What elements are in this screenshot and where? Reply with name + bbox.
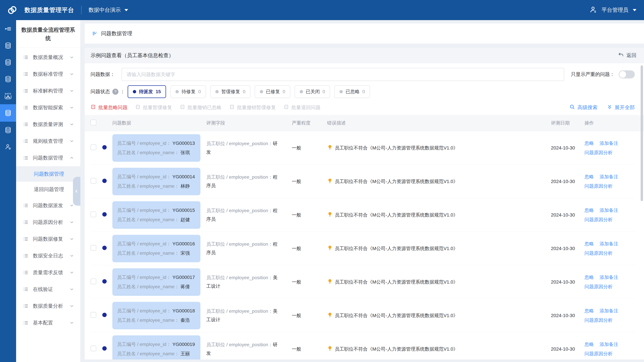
sidebar-item-label: 问题数据派发 xyxy=(33,202,63,209)
ignore-link[interactable]: 忽略 xyxy=(584,241,594,247)
ignore-link[interactable]: 忽略 xyxy=(584,308,594,314)
list-icon xyxy=(23,270,28,275)
advanced-search-button[interactable]: 高级搜索 xyxy=(569,104,598,111)
position-label: 员工职位 / employee_position： xyxy=(206,174,273,180)
sidebar-menu-item[interactable]: 数据标准管理 xyxy=(16,66,80,82)
sidebar-menu-item[interactable]: 在线验证 xyxy=(16,281,80,298)
sidebar-menu-item[interactable]: 数据智能探索 xyxy=(16,99,80,116)
sidebar-menu-item[interactable]: 质量需求反馈 xyxy=(16,264,80,281)
cause-analysis-link[interactable]: 问题原因分析 xyxy=(584,250,613,256)
status-chip[interactable]: 已修复 0 xyxy=(255,85,290,98)
batch-action-label: 批量撤销已忽略 xyxy=(188,104,222,111)
cause-analysis-link[interactable]: 问题原因分析 xyxy=(584,317,613,324)
rail-item-database-3[interactable] xyxy=(0,71,16,87)
sidebar-item-label: 数据质量评测 xyxy=(33,121,63,128)
sidebar-menu-item[interactable]: 数据质量概况 xyxy=(16,49,80,66)
cause-analysis-link[interactable]: 问题原因分析 xyxy=(584,284,613,290)
batch-action-button[interactable]: 批量忽略问题 xyxy=(90,104,128,111)
row-checkbox[interactable] xyxy=(90,346,96,351)
batch-action-button[interactable]: 批量退回问题 xyxy=(284,104,320,111)
cause-analysis-link[interactable]: 问题原因分析 xyxy=(584,149,613,156)
chevron-down-icon xyxy=(69,71,74,77)
add-note-link[interactable]: 添加备注 xyxy=(600,241,618,247)
severe-only-toggle[interactable] xyxy=(619,70,635,78)
menu-indent-icon xyxy=(4,25,12,33)
status-chip[interactable]: 暂缓修复 0 xyxy=(210,85,250,98)
sidebar-menu-item[interactable]: 问题数据修复 xyxy=(16,231,80,247)
add-note-link[interactable]: 添加备注 xyxy=(600,341,618,348)
rail-item-data-explore[interactable]: DATA xyxy=(0,87,16,104)
col-eval-field: 评测字段 xyxy=(206,120,292,126)
select-all-checkbox[interactable] xyxy=(90,120,96,125)
error-desc-cell: 员工职位不符合《M公司-人力资源管理系统数据规范V1.0》 xyxy=(327,144,551,151)
header-divider xyxy=(81,6,82,14)
sidebar-submenu-item[interactable]: 问题数据管理 xyxy=(16,166,80,182)
batch-action-button[interactable]: 批量暂缓修复 xyxy=(135,104,172,111)
sidebar-submenu-item[interactable]: 退回问题管理 xyxy=(16,182,80,197)
add-note-link[interactable]: 添加备注 xyxy=(600,308,618,314)
ignore-link[interactable]: 忽略 xyxy=(584,341,594,348)
cause-analysis-link[interactable]: 问题原因分析 xyxy=(584,217,613,223)
batch-action-button[interactable]: 批量撤销暂缓修复 xyxy=(229,104,276,111)
employee-id-label: 员工编号 / employee_id： xyxy=(117,308,171,313)
status-chip[interactable]: 待修复 0 xyxy=(170,85,206,98)
help-icon[interactable]: ? xyxy=(112,89,118,95)
row-checkbox[interactable] xyxy=(90,212,96,217)
rail-item-database-1[interactable] xyxy=(0,37,16,54)
employee-name-label: 员工姓名 / employee_name： xyxy=(117,217,179,222)
workspace-selector[interactable]: 数据中台演示 xyxy=(88,6,128,14)
batch-action-label: 批量暂缓修复 xyxy=(143,104,172,111)
sidebar-menu-item[interactable]: 规则核查管理 xyxy=(16,133,80,149)
add-note-link[interactable]: 添加备注 xyxy=(600,174,618,180)
sidebar-menu-item[interactable]: 标准解构管理 xyxy=(16,82,80,99)
cause-analysis-link[interactable]: 问题原因分析 xyxy=(584,351,613,357)
add-note-link[interactable]: 添加备注 xyxy=(600,140,618,146)
sidebar-menu-item[interactable]: 数据安全日志 xyxy=(16,247,80,264)
rail-item-database-4[interactable] xyxy=(0,122,16,138)
filter-area: 问题数据： 只显示严重的问题： 问题状态 ? ： 待派发 xyxy=(85,63,644,102)
add-note-link[interactable]: 添加备注 xyxy=(600,207,618,214)
row-checkbox[interactable] xyxy=(90,144,96,150)
sidebar-menu-item[interactable]: 数据质量分析 xyxy=(16,298,80,314)
sidebar-menu-item[interactable]: 数据质量评测 xyxy=(16,116,80,133)
keyword-search-input[interactable] xyxy=(122,68,564,81)
sidebar-menu-item[interactable]: 问题数据管理 xyxy=(16,149,80,166)
status-chip[interactable]: 已忽略 0 xyxy=(334,85,370,98)
sidebar-menu-item[interactable]: 问题原因分析 xyxy=(16,214,80,231)
batch-action-button[interactable]: 批量撤销已忽略 xyxy=(180,104,222,111)
rail-item-user-admin[interactable] xyxy=(0,138,16,155)
sidebar-menu-item[interactable]: 基本配置 xyxy=(16,314,80,331)
cause-analysis-link[interactable]: 问题原因分析 xyxy=(584,183,613,189)
ignore-link[interactable]: 忽略 xyxy=(584,174,594,180)
ignore-link[interactable]: 忽略 xyxy=(584,140,594,146)
scrollbar-thumb[interactable] xyxy=(641,65,643,201)
list-icon xyxy=(23,138,28,144)
eval-field-cell: 员工职位 / employee_position：美工设计 xyxy=(206,274,292,291)
rail-menu-collapse[interactable] xyxy=(0,20,16,37)
sidebar-menu-item[interactable]: 问题数据派发 xyxy=(16,197,80,214)
rail-item-database-2[interactable] xyxy=(0,54,16,71)
status-chip[interactable]: 待派发 15 xyxy=(128,85,166,98)
database-icon xyxy=(4,109,12,117)
sidebar-collapse-handle[interactable] xyxy=(73,177,80,206)
back-button[interactable]: 返回 xyxy=(618,52,636,59)
add-note-link[interactable]: 添加备注 xyxy=(600,274,618,281)
row-checkbox[interactable] xyxy=(90,279,96,284)
rail-item-problem-data[interactable] xyxy=(0,104,16,122)
severity-cell: 一般 xyxy=(292,178,327,185)
list-icon xyxy=(23,122,28,127)
severe-only-label: 只显示严重的问题： xyxy=(571,71,615,78)
keyword-filter-row: 问题数据： 只显示严重的问题： xyxy=(90,68,635,81)
status-chip[interactable]: 已关闭 0 xyxy=(295,85,330,98)
status-chip-count: 0 xyxy=(322,89,325,94)
ignore-link[interactable]: 忽略 xyxy=(584,274,594,281)
row-checkbox[interactable] xyxy=(90,312,96,318)
ignore-link[interactable]: 忽略 xyxy=(584,207,594,214)
status-label: 问题状态 xyxy=(90,88,110,95)
row-checkbox[interactable] xyxy=(90,178,96,184)
expand-all-button[interactable]: 展开全部 xyxy=(607,104,635,111)
row-checkbox[interactable] xyxy=(90,245,96,251)
status-dot-icon xyxy=(102,313,107,317)
employee-name-value: 王丽 xyxy=(180,351,190,356)
user-menu[interactable]: 平台管理员 xyxy=(589,5,636,15)
